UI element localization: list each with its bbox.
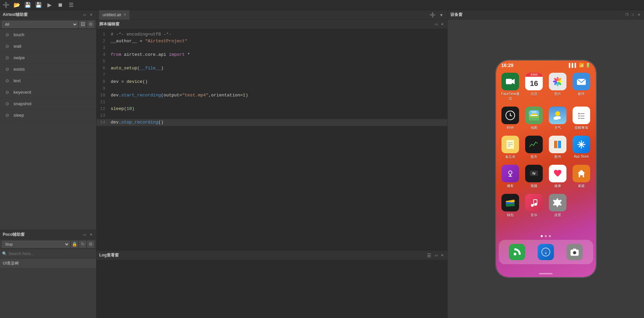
app-weather[interactable]: 天气 — [547, 107, 568, 130]
api-item-sleep[interactable]: ⊙ sleep — [0, 110, 96, 121]
right-panel: 设备窗 ❐ □ ✕ 16:29 ▌▌▌ 📶 🔋 — [448, 10, 644, 318]
poco-lock-btn[interactable]: 🔒 — [71, 241, 78, 248]
app-calendar[interactable]: 星期四 16 日历 — [523, 73, 544, 101]
api-item-touch[interactable]: ⊙ touch — [0, 29, 96, 41]
app-mail[interactable]: 邮件 — [571, 73, 592, 101]
books-icon — [549, 136, 566, 153]
device-close-btn[interactable]: ✕ — [637, 13, 641, 17]
script-editor-minimize[interactable]: ▭ — [434, 22, 438, 27]
status-bar: 16:29 ▌▌▌ 📶 🔋 — [496, 61, 596, 70]
poco-panel: Poco辅助窗 ▭ ✕ Stop 🔒 ↻ ⚙ 🔍 UI查染树 — [0, 230, 96, 318]
dock-safari-icon — [538, 244, 554, 260]
poco-close-btn[interactable]: ✕ — [89, 232, 93, 237]
poco-search-icon: 🔍 — [2, 251, 7, 256]
appstore-icon — [573, 136, 590, 153]
poco-search-row: 🔍 — [0, 249, 96, 258]
poco-minimize-btn[interactable]: ▭ — [82, 232, 87, 237]
open-file-icon[interactable]: 📂 — [14, 2, 20, 8]
maps-label: 地图 — [531, 126, 537, 130]
app-photos[interactable]: 照片 — [547, 73, 568, 101]
airtest-close-btn[interactable]: ✕ — [89, 13, 93, 17]
editor-add-btn[interactable]: ➕ — [429, 12, 436, 18]
svg-point-59 — [514, 253, 516, 255]
filter-options-btn[interactable]: ⚙ — [87, 21, 94, 28]
device-maximize-btn[interactable]: □ — [630, 13, 635, 17]
api-item-wait[interactable]: ⊙ wait — [0, 41, 96, 52]
center-panel: untitled.air ✕ ➕ ▾ 脚本编辑窗 ▭ ✕ — [96, 10, 448, 318]
snapshot-icon: ⊙ — [4, 101, 10, 107]
save-as-icon[interactable]: 💾 — [35, 2, 42, 8]
dock-phone[interactable] — [509, 244, 525, 260]
tab-untitled[interactable]: untitled.air ✕ — [99, 10, 130, 20]
poco-mode-select[interactable]: Stop — [2, 241, 70, 248]
device-panel-title: 设备窗 — [450, 12, 463, 18]
app-music[interactable]: 音乐 — [523, 194, 544, 218]
stop-icon[interactable]: ⏹ — [57, 2, 64, 8]
code-line-2: 2 __author__ = "AirtestProject" — [96, 38, 447, 45]
svg-rect-37 — [558, 141, 561, 148]
editor-panel: untitled.air ✕ ➕ ▾ 脚本编辑窗 ▭ ✕ — [96, 10, 447, 250]
dock-safari[interactable] — [538, 244, 554, 260]
code-line-6: 6 auto_setup(__file__) — [96, 65, 447, 72]
poco-search-input[interactable] — [8, 251, 94, 256]
app-clock[interactable]: 时钟 — [500, 107, 521, 130]
poco-settings-btn[interactable]: ⚙ — [87, 241, 94, 248]
app-reminders[interactable]: 提醒事项 — [571, 107, 592, 130]
swipe-icon: ⊙ — [4, 55, 10, 61]
code-line-4: 4 from airtest.core.api import * — [96, 51, 447, 58]
run-icon[interactable]: ▶ — [46, 2, 53, 8]
script-editor-close[interactable]: ✕ — [440, 22, 445, 27]
tab-close-btn[interactable]: ✕ — [123, 13, 126, 17]
app-appletv[interactable]: tv 视频 — [523, 165, 544, 188]
app-stocks[interactable]: 股市 — [523, 136, 544, 159]
api-item-text[interactable]: ⊙ text — [0, 75, 96, 87]
filter-screenshot-btn[interactable]: 🖼 — [79, 21, 86, 28]
log-close-btn[interactable]: ✕ — [440, 253, 445, 258]
exists-icon: ⊙ — [4, 66, 10, 72]
poco-tree-item[interactable]: UI查染树 — [0, 258, 96, 268]
app-health[interactable]: 健康 — [547, 165, 568, 188]
dock-camera[interactable] — [566, 244, 583, 260]
app-podcasts[interactable]: 播客 — [500, 165, 521, 188]
script-editor-controls: ▭ ✕ — [434, 22, 445, 27]
podcasts-label: 播客 — [507, 184, 514, 188]
api-label-text: text — [14, 78, 21, 83]
editor-menu-btn[interactable]: ▾ — [438, 12, 445, 18]
home-indicator[interactable] — [539, 273, 553, 274]
api-item-exists[interactable]: ⊙ exists — [0, 64, 96, 75]
editor-header: untitled.air ✕ ➕ ▾ — [96, 10, 447, 20]
page-dot-2 — [545, 235, 547, 237]
api-label-sleep: sleep — [14, 113, 24, 118]
api-item-snapshot[interactable]: ⊙ snapshot — [0, 98, 96, 110]
code-editor-area[interactable]: 1 # -*- encoding=utf8 -*- 2 __author__ =… — [96, 29, 447, 250]
signal-icon: ▌▌▌ — [569, 63, 578, 68]
log-filter-btn[interactable]: ☰ — [426, 252, 432, 259]
app-settings[interactable]: 设置 — [547, 194, 568, 218]
app-facetime[interactable]: FaceTime通话 — [500, 73, 521, 101]
log-minimize-btn[interactable]: ▭ — [434, 253, 438, 258]
svg-point-26 — [578, 113, 580, 114]
airtest-minimize-btn[interactable]: ▭ — [82, 13, 87, 17]
app-notes[interactable]: 备忘录 — [500, 136, 521, 159]
log-icon[interactable]: ☰ — [68, 2, 74, 8]
notes-label: 备忘录 — [505, 155, 515, 159]
appletv-label: 视频 — [531, 184, 537, 188]
app-maps[interactable]: 地图 地图 — [523, 107, 544, 130]
app-wallet[interactable]: 钱包 — [500, 194, 521, 218]
weather-icon — [549, 107, 566, 124]
filter-select[interactable]: All — [2, 21, 78, 28]
device-restore-btn[interactable]: ❐ — [624, 13, 629, 17]
calendar-icon: 星期四 16 — [525, 73, 543, 90]
api-item-swipe[interactable]: ⊙ swipe — [0, 52, 96, 64]
new-file-icon[interactable]: ➕ — [3, 2, 9, 8]
airtest-panel-title: Airtest辅助窗 — [3, 12, 28, 18]
save-icon[interactable]: 💾 — [24, 2, 31, 8]
api-item-keyevent[interactable]: ⊙ keyevent — [0, 87, 96, 98]
svg-rect-20 — [531, 114, 537, 115]
app-appstore[interactable]: App Store — [571, 136, 592, 159]
app-books[interactable]: 图书 — [547, 136, 568, 159]
phone-mockup: 16:29 ▌▌▌ 📶 🔋 — [496, 61, 596, 277]
poco-refresh-btn[interactable]: ↻ — [79, 241, 86, 248]
svg-rect-66 — [573, 249, 576, 250]
app-home[interactable]: 家庭 — [571, 165, 592, 188]
